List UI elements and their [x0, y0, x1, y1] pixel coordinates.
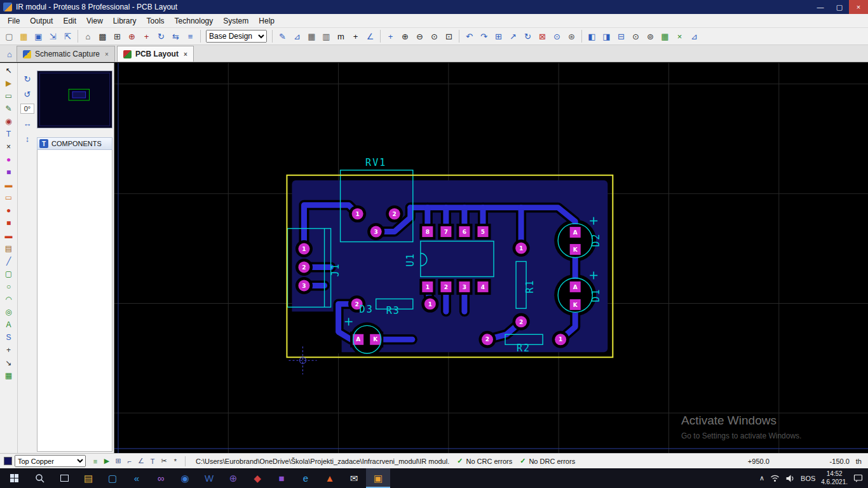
- square-pad-icon[interactable]: ■: [1, 166, 16, 179]
- design-selector[interactable]: Base Design: [206, 30, 267, 43]
- restore-button[interactable]: ▢: [830, 0, 849, 14]
- layer-selector[interactable]: Top Copper: [15, 455, 86, 467]
- display-options-icon[interactable]: ▩: [95, 29, 110, 44]
- menu-view[interactable]: View: [81, 15, 108, 27]
- autoroute-play-icon[interactable]: ▶: [101, 456, 112, 467]
- taskbar-file-explorer-icon[interactable]: ▤: [76, 468, 100, 488]
- reannotate-icon[interactable]: ×: [672, 29, 687, 44]
- new-layout-icon[interactable]: ▢: [2, 29, 17, 44]
- zone-pattern-icon[interactable]: ▦: [1, 369, 16, 382]
- 2d-box-icon[interactable]: ▢: [1, 268, 16, 280]
- x-cursor-icon[interactable]: +: [139, 29, 154, 44]
- taskbar-monitor-app-icon[interactable]: ▢: [100, 468, 125, 488]
- home-icon[interactable]: ⌂: [81, 29, 95, 44]
- layer-stack-icon[interactable]: ≡: [90, 456, 101, 467]
- start-button[interactable]: [0, 468, 28, 488]
- application-home-button[interactable]: ⌂: [3, 47, 17, 61]
- taskbar-purple-app-icon[interactable]: ■: [269, 468, 294, 488]
- 2d-symbol-icon[interactable]: S: [1, 331, 16, 344]
- menu-output[interactable]: Output: [25, 15, 58, 27]
- menu-file[interactable]: File: [3, 15, 25, 27]
- center-cursor-icon[interactable]: +: [383, 29, 398, 44]
- block-delete-icon[interactable]: ⊠: [535, 29, 550, 44]
- grid-dots-icon[interactable]: ▦: [304, 29, 319, 44]
- menu-edit[interactable]: Edit: [58, 15, 81, 27]
- marker-icon[interactable]: +: [1, 344, 16, 356]
- package-mode-icon[interactable]: ▭: [1, 90, 16, 102]
- menu-help[interactable]: Help: [254, 15, 280, 27]
- redraw-icon[interactable]: ↻: [154, 29, 168, 44]
- open-layout-icon[interactable]: ▦: [17, 29, 31, 44]
- via-mode-icon[interactable]: ◉: [1, 115, 16, 128]
- tab-pcb-layout[interactable]: PCB Layout ×: [117, 46, 194, 62]
- design-rule-manager-icon[interactable]: ▦: [658, 29, 672, 44]
- export-layout-icon[interactable]: ⇱: [60, 29, 75, 44]
- taskbar-ruby-icon[interactable]: ◆: [245, 468, 269, 488]
- graph-mode-icon[interactable]: ⊿: [687, 29, 702, 44]
- close-tab-icon[interactable]: ×: [105, 51, 109, 58]
- taskbar-search-button[interactable]: [28, 468, 52, 488]
- smt-rect-pad-icon[interactable]: ▬: [1, 229, 16, 242]
- taskbar-globe-app-icon[interactable]: ⊕: [221, 468, 245, 488]
- taskbar-word-icon[interactable]: W: [197, 468, 221, 488]
- taskbar-brave-icon[interactable]: ▲: [318, 468, 342, 488]
- taskbar-clock[interactable]: 14:52 4.6.2021.: [821, 470, 848, 486]
- task-view-button[interactable]: [52, 468, 76, 488]
- pick-parts-icon[interactable]: ⊙: [550, 29, 564, 44]
- teardrop-icon[interactable]: T: [147, 456, 158, 467]
- grid-lines-icon[interactable]: ▥: [319, 29, 334, 44]
- menu-system[interactable]: System: [218, 15, 254, 27]
- selection-mode-icon[interactable]: ↖: [1, 64, 16, 77]
- component-mode-icon[interactable]: ▶: [1, 77, 16, 90]
- flip-vertical-button[interactable]: ↕: [21, 133, 34, 144]
- notification-center-icon[interactable]: [853, 474, 863, 482]
- flip-horizontal-button[interactable]: ↔: [21, 118, 34, 129]
- dil-pad-icon[interactable]: ▬: [1, 179, 16, 191]
- panelization-icon[interactable]: ⊟: [614, 29, 628, 44]
- gerber-viewer-icon[interactable]: ◨: [599, 29, 614, 44]
- taskbar-visual-studio-icon[interactable]: ∞: [149, 468, 173, 488]
- close-button[interactable]: ×: [849, 0, 868, 14]
- pcb-edit-window[interactable]: 12312312212187651234AKAKAKRV1J1U1R1R2R3D…: [114, 63, 868, 453]
- 2d-circle-icon[interactable]: ○: [1, 280, 16, 293]
- design-rules-icon[interactable]: ⊿: [290, 29, 304, 44]
- import-layout-icon[interactable]: ⇲: [46, 29, 60, 44]
- pcb-canvas[interactable]: 12312312212187651234AKAKAKRV1J1U1R1R2R3D…: [114, 63, 868, 453]
- padstack-icon[interactable]: ▤: [1, 242, 16, 255]
- menu-tools[interactable]: Tools: [142, 15, 170, 27]
- overview-minimap[interactable]: [37, 71, 112, 128]
- make-package-icon[interactable]: ⊛: [564, 29, 579, 44]
- language-indicator[interactable]: BOS: [801, 475, 815, 482]
- zoom-all-icon[interactable]: ⊙: [427, 29, 442, 44]
- flip-view-icon[interactable]: ⇆: [168, 29, 183, 44]
- ratsnest-mode-icon[interactable]: ×: [1, 140, 16, 153]
- star-icon[interactable]: *: [170, 456, 181, 467]
- find-component-icon[interactable]: ⊙: [628, 29, 643, 44]
- tray-chevron-icon[interactable]: ∧: [759, 474, 764, 482]
- metric-toggle-icon[interactable]: m: [334, 29, 348, 44]
- close-tab-icon[interactable]: ×: [184, 51, 187, 58]
- 3d-visualizer-icon[interactable]: ◧: [585, 29, 599, 44]
- rotate-clockwise-button[interactable]: ↻: [21, 73, 34, 85]
- undo-icon[interactable]: ↶: [462, 29, 477, 44]
- smt-round-pad-icon[interactable]: ●: [1, 204, 16, 217]
- angle-lock-icon[interactable]: ∠: [363, 29, 377, 44]
- grid-small-icon[interactable]: ⊞: [112, 456, 124, 467]
- scissors-icon[interactable]: ✂: [158, 456, 170, 467]
- grid-toggle-icon[interactable]: ⊞: [110, 29, 125, 44]
- rotate-counterclockwise-button[interactable]: ↺: [21, 88, 34, 100]
- taskbar-browser-icon[interactable]: ◉: [173, 468, 197, 488]
- wifi-icon[interactable]: [770, 475, 780, 482]
- save-layout-icon[interactable]: ▣: [31, 29, 46, 44]
- taskbar-edge-icon[interactable]: e: [294, 468, 318, 488]
- text-mode-icon[interactable]: T: [1, 128, 16, 140]
- minimize-button[interactable]: —: [811, 0, 830, 14]
- zoom-in-icon[interactable]: ⊕: [398, 29, 412, 44]
- edge-pad-icon[interactable]: ▭: [1, 191, 16, 204]
- instant-edit-icon[interactable]: ✎: [275, 29, 290, 44]
- property-assignment-icon[interactable]: ⊚: [643, 29, 658, 44]
- origin-toggle-icon[interactable]: +: [348, 29, 363, 44]
- layers-dialog-icon[interactable]: ≡: [183, 29, 198, 44]
- 2d-arc-icon[interactable]: ◠: [1, 293, 16, 306]
- menu-technology[interactable]: Technology: [170, 15, 219, 27]
